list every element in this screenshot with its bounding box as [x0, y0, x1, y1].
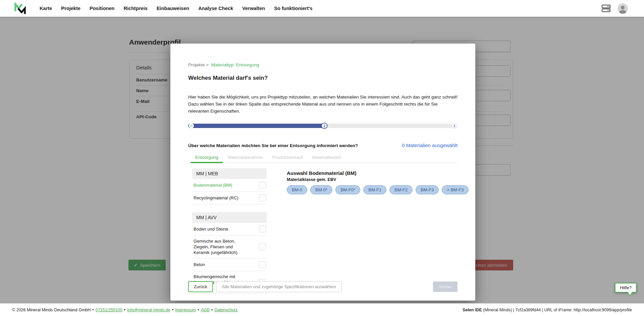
- main-nav: Karte Projekte Positionen Richtpreis Ein…: [40, 6, 313, 11]
- mineral-minds-logo-icon[interactable]: [13, 1, 27, 15]
- footer-separator: •: [211, 308, 213, 312]
- pill-bm-0[interactable]: BM-0: [287, 185, 307, 194]
- selected-materials-count: 0 Materialien ausgewählt: [402, 142, 458, 148]
- select-all-materials-button[interactable]: Alle Materialien und zugehörige Spezifik…: [216, 281, 342, 292]
- material-checkbox[interactable]: [259, 194, 266, 201]
- copyright-text: © 2026 Mineral Minds Deutschland GmbH: [12, 308, 91, 312]
- top-nav-bar: Karte Projekte Positionen Richtpreis Ein…: [0, 0, 644, 17]
- pill-gt-bm-f3[interactable]: > BM-F3: [442, 185, 469, 194]
- app-name: Selen IDE: [463, 308, 482, 312]
- material-checkbox[interactable]: [259, 261, 266, 268]
- footer-link-datenschutz[interactable]: Datenschutz: [214, 308, 237, 312]
- pill-bm-f2[interactable]: BM-F2: [389, 185, 413, 194]
- progress-step-1-done: ✓: [189, 123, 194, 128]
- nav-item-positionen[interactable]: Positionen: [90, 6, 115, 11]
- tab-produktverkauf[interactable]: Produktverkauf: [267, 153, 307, 163]
- material-checkbox[interactable]: [259, 226, 266, 233]
- pill-bm-f1[interactable]: BM-F1: [363, 185, 386, 194]
- material-label: Recyclingmaterial (RC): [194, 195, 238, 201]
- material-row-gemische[interactable]: Gemische aus Beton, Ziegeln, Fliesen und…: [192, 236, 267, 258]
- breadcrumb-current: Materialtyp: Entsorgung: [211, 62, 259, 67]
- material-checkbox[interactable]: [259, 243, 266, 250]
- footer-separator: •: [172, 308, 173, 312]
- tab-materialannahme[interactable]: Materialannahme: [223, 153, 267, 163]
- material-row-beton[interactable]: Beton: [192, 258, 267, 271]
- iframe-status-text: Selen IDE (Mineral Minds) | 7cf2a389fd44…: [463, 308, 632, 312]
- footer-separator: •: [92, 308, 94, 312]
- pill-bm-0-star[interactable]: BM-0*: [310, 185, 332, 194]
- breadcrumb-parent[interactable]: Projekte >: [188, 62, 209, 67]
- material-group-header: MM | AVV: [192, 212, 267, 223]
- nav-item-projekte[interactable]: Projekte: [61, 6, 80, 11]
- breadcrumb: Projekte > Materialtyp: Entsorgung: [188, 62, 458, 67]
- material-list: MM | MEB Bodenmaterial (BM) Recyclingmat…: [192, 168, 267, 294]
- footer-separator: •: [124, 308, 125, 312]
- nav-item-verwalten[interactable]: Verwalten: [242, 6, 265, 11]
- dialog-title: Welches Material darf's sein?: [188, 75, 458, 81]
- nav-item-einbauweisen[interactable]: Einbauweisen: [157, 6, 189, 11]
- material-class-pills: BM-0 BM-0* BM-F0* BM-F1 BM-F2 BM-F3 > BM…: [287, 185, 469, 194]
- footer-link-impressum[interactable]: Impressum: [175, 308, 196, 312]
- next-button[interactable]: Weiter: [433, 281, 458, 292]
- material-label: Bodenmaterial (BM): [194, 182, 232, 188]
- footer-link-email[interactable]: info@mineral-minds.de: [127, 308, 170, 312]
- nav-item-so-funktionierts[interactable]: So funktioniert's: [274, 6, 313, 11]
- material-group-header: MM | MEB: [192, 168, 267, 179]
- server-icon[interactable]: [601, 3, 611, 14]
- user-avatar-icon[interactable]: [618, 3, 628, 14]
- material-label: Beton: [194, 262, 205, 267]
- material-row-recyclingmaterial[interactable]: Recyclingmaterial (RC): [192, 192, 267, 204]
- tab-materialbedarf[interactable]: Materialbedarf: [307, 153, 345, 163]
- dialog-intro-text: Hier haben Sie die Möglichkeit, uns pro …: [188, 93, 459, 115]
- material-class-panel: Auswahl Bodenmaterial (BM) Materialklass…: [287, 168, 469, 294]
- material-label: Boden und Steine: [194, 226, 228, 232]
- progress-bar: ✓ 2 3: [188, 123, 458, 129]
- nav-item-analyse-check[interactable]: Analyse Check: [198, 6, 233, 11]
- footer-separator: •: [198, 308, 199, 312]
- material-label: Gemische aus Beton, Ziegeln, Fliesen und…: [194, 238, 247, 255]
- material-row-boden-und-steine[interactable]: Boden und Steine: [192, 223, 267, 236]
- selection-title: Auswahl Bodenmaterial (BM): [287, 170, 469, 176]
- status-rest: (Mineral Minds) | 7cf2a389fd44 | URL of …: [482, 308, 632, 312]
- footer-link-agb[interactable]: AGB: [201, 308, 209, 312]
- nav-item-richtpreis[interactable]: Richtpreis: [124, 6, 148, 11]
- tab-entsorgung[interactable]: Entsorgung: [191, 153, 223, 163]
- question-text: Über welche Materialien möchten Sie bei …: [188, 143, 358, 148]
- progress-step-2-current: 2: [321, 123, 328, 129]
- material-type-tabs: Entsorgung Materialannahme Produktverkau…: [188, 153, 458, 163]
- pill-bm-f3[interactable]: BM-F3: [416, 185, 439, 194]
- help-tooltip[interactable]: Hilfe?: [615, 283, 637, 293]
- nav-item-karte[interactable]: Karte: [40, 6, 52, 11]
- footer-bar: © 2026 Mineral Minds Deutschland GmbH • …: [0, 303, 644, 316]
- progress-fill: [188, 124, 326, 128]
- progress-step-3: 3: [451, 123, 457, 129]
- material-selection-dialog: Projekte > Materialtyp: Entsorgung Welch…: [170, 44, 475, 301]
- selection-subtitle: Materialklasse gem. EBV: [287, 177, 469, 182]
- back-button[interactable]: Zurück: [188, 281, 213, 292]
- pill-bm-f0-star[interactable]: BM-F0*: [335, 185, 360, 194]
- footer-link-phone[interactable]: 07151/250100: [96, 308, 122, 312]
- material-row-bodenmaterial[interactable]: Bodenmaterial (BM): [192, 179, 267, 192]
- material-checkbox[interactable]: [259, 182, 266, 189]
